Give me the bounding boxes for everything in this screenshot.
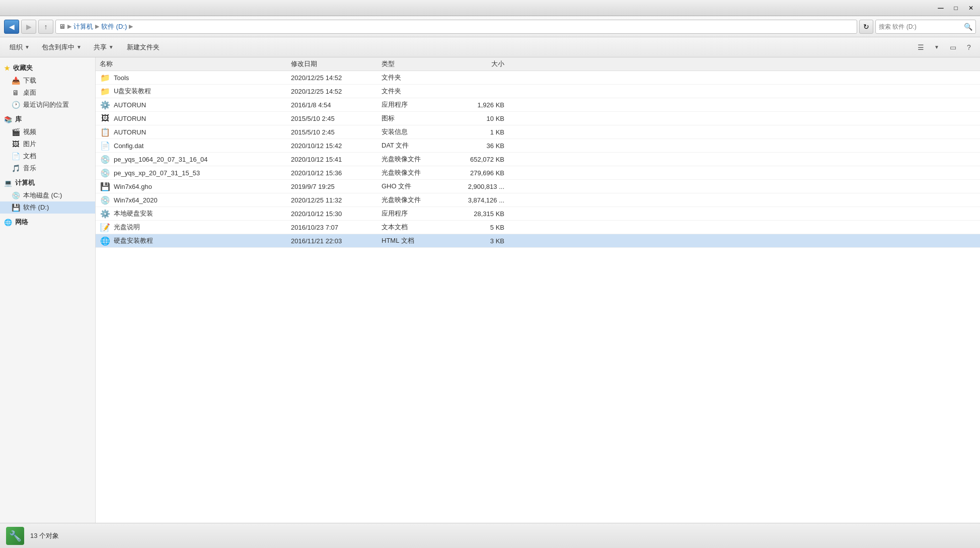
file-list: 名称 修改日期 类型 大小 📁 Tools 2020/12/25 14:52 文…: [96, 57, 980, 523]
col-header-size[interactable]: 大小: [443, 59, 508, 68]
breadcrumb-drive-d[interactable]: 软件 (D:): [101, 22, 127, 31]
table-row[interactable]: 💿 Win7x64_2020 2020/12/25 11:32 光盘映像文件 3…: [96, 193, 980, 207]
file-size: 1 KB: [443, 128, 508, 136]
network-label: 网络: [15, 218, 28, 227]
table-row[interactable]: 💿 pe_yqs_xp_20_07_31_15_53 2020/10/12 15…: [96, 166, 980, 180]
new-folder-button[interactable]: 新建文件夹: [120, 40, 166, 55]
libraries-icon: 📚: [4, 116, 12, 123]
title-bar: ─ □ ✕: [0, 0, 980, 16]
file-name: 光盘说明: [114, 223, 140, 232]
refresh-button[interactable]: ↻: [859, 20, 873, 34]
help-button[interactable]: ?: [962, 40, 976, 54]
main-layout: ★ 收藏夹 📥 下载 🖥 桌面 🕐 最近访问的位置 📚 库 🎬: [0, 57, 980, 523]
file-name: U盘安装教程: [114, 87, 151, 96]
file-date: 2020/10/12 15:41: [287, 156, 378, 163]
html-icon: 🌐: [100, 235, 111, 246]
gho-icon: 💾: [100, 181, 111, 192]
sidebar-item-images[interactable]: 🖼 图片: [0, 138, 95, 150]
file-date: 2016/1/8 4:54: [287, 101, 378, 109]
file-name: AUTORUN: [114, 128, 146, 136]
file-date: 2020/12/25 14:52: [287, 88, 378, 95]
table-row[interactable]: 🖼 AUTORUN 2015/5/10 2:45 图标 10 KB: [96, 112, 980, 125]
file-type: 光盘映像文件: [378, 168, 443, 177]
info-icon: 📋: [100, 126, 111, 138]
computer-section: 💻 计算机 💿 本地磁盘 (C:) 💾 软件 (D:): [0, 176, 95, 214]
file-list-header: 名称 修改日期 类型 大小: [96, 57, 980, 71]
sidebar-item-video[interactable]: 🎬 视频: [0, 126, 95, 138]
docs-label: 文档: [23, 152, 36, 161]
file-name: Win7x64.gho: [114, 183, 152, 190]
exe-icon: ⚙️: [100, 99, 111, 110]
col-header-type[interactable]: 类型: [378, 59, 443, 68]
table-row[interactable]: 📁 Tools 2020/12/25 14:52 文件夹: [96, 71, 980, 85]
table-row[interactable]: ⚙️ 本地硬盘安装 2020/10/12 15:30 应用程序 28,315 K…: [96, 207, 980, 221]
maximize-button[interactable]: □: [949, 3, 963, 14]
toolbar: 组织 ▼ 包含到库中 ▼ 共享 ▼ 新建文件夹 ☰ ▼ ▭ ?: [0, 37, 980, 57]
toolbar-right: ☰ ▼ ▭ ?: [914, 40, 976, 54]
table-row[interactable]: 💾 Win7x64.gho 2019/9/7 19:25 GHO 文件 2,90…: [96, 180, 980, 193]
file-name: AUTORUN: [114, 115, 146, 122]
file-type: 文本文档: [378, 223, 443, 232]
file-type: 光盘映像文件: [378, 195, 443, 204]
close-button[interactable]: ✕: [964, 3, 978, 14]
file-name: pe_yqs_xp_20_07_31_15_53: [114, 169, 200, 177]
breadcrumb-computer[interactable]: 计算机: [73, 22, 93, 31]
table-row[interactable]: 📋 AUTORUN 2015/5/10 2:45 安装信息 1 KB: [96, 125, 980, 139]
file-size: 3,874,126 ...: [443, 196, 508, 204]
minimize-button[interactable]: ─: [934, 3, 948, 14]
organize-arrow: ▼: [25, 44, 30, 50]
network-section: 🌐 网络: [0, 216, 95, 229]
file-type: 应用程序: [378, 209, 443, 218]
file-date: 2020/12/25 14:52: [287, 74, 378, 82]
pane-button[interactable]: ▭: [946, 40, 960, 54]
desktop-label: 桌面: [23, 88, 36, 97]
sidebar: ★ 收藏夹 📥 下载 🖥 桌面 🕐 最近访问的位置 📚 库 🎬: [0, 57, 96, 523]
downloads-label: 下载: [23, 76, 36, 85]
search-input[interactable]: [879, 23, 962, 30]
computer-header[interactable]: 💻 计算机: [0, 176, 95, 189]
file-name: Win7x64_2020: [114, 196, 158, 204]
dat-icon: 📄: [100, 140, 111, 151]
share-button[interactable]: 共享 ▼: [88, 40, 119, 55]
view-button[interactable]: ☰: [914, 40, 928, 54]
table-row[interactable]: 💿 pe_yqs_1064_20_07_31_16_04 2020/10/12 …: [96, 153, 980, 166]
breadcrumb-bar: 🖥 ▶ 计算机 ▶ 软件 (D:) ▶: [55, 20, 857, 34]
file-date: 2015/5/10 2:45: [287, 115, 378, 122]
organize-button[interactable]: 组织 ▼: [4, 40, 35, 55]
network-header[interactable]: 🌐 网络: [0, 216, 95, 229]
file-type: GHO 文件: [378, 182, 443, 191]
libraries-header[interactable]: 📚 库: [0, 113, 95, 126]
file-name: pe_yqs_1064_20_07_31_16_04: [114, 156, 208, 163]
video-icon: 🎬: [11, 127, 20, 136]
table-row[interactable]: 📄 Config.dat 2020/10/12 15:42 DAT 文件 36 …: [96, 139, 980, 153]
share-label: 共享: [94, 43, 107, 52]
file-date: 2015/5/10 2:45: [287, 128, 378, 136]
col-header-date[interactable]: 修改日期: [287, 59, 378, 68]
up-button[interactable]: ↑: [38, 20, 53, 34]
table-row[interactable]: 🌐 硬盘安装教程 2016/11/21 22:03 HTML 文档 3 KB: [96, 234, 980, 248]
sidebar-item-d-drive[interactable]: 💾 软件 (D:): [0, 201, 95, 214]
forward-button[interactable]: ▶: [21, 20, 36, 34]
file-type: 安装信息: [378, 127, 443, 136]
libraries-section: 📚 库 🎬 视频 🖼 图片 📄 文档 🎵 音乐: [0, 113, 95, 174]
sidebar-item-docs[interactable]: 📄 文档: [0, 150, 95, 162]
back-button[interactable]: ◀: [4, 20, 19, 34]
organize-label: 组织: [10, 43, 23, 52]
table-row[interactable]: ⚙️ AUTORUN 2016/1/8 4:54 应用程序 1,926 KB: [96, 98, 980, 112]
sidebar-item-music[interactable]: 🎵 音乐: [0, 162, 95, 174]
include-library-button[interactable]: 包含到库中 ▼: [36, 40, 87, 55]
table-row[interactable]: 📁 U盘安装教程 2020/12/25 14:52 文件夹: [96, 85, 980, 98]
sidebar-item-downloads[interactable]: 📥 下载: [0, 75, 95, 87]
col-header-name[interactable]: 名称: [96, 59, 287, 68]
view-dropdown-button[interactable]: ▼: [930, 40, 944, 54]
sidebar-item-recent[interactable]: 🕐 最近访问的位置: [0, 99, 95, 111]
table-row[interactable]: 📝 光盘说明 2016/10/23 7:07 文本文档 5 KB: [96, 221, 980, 234]
sidebar-item-desktop[interactable]: 🖥 桌面: [0, 87, 95, 99]
search-icon[interactable]: 🔍: [964, 23, 972, 31]
favorites-header[interactable]: ★ 收藏夹: [0, 61, 95, 75]
favorites-label: 收藏夹: [13, 63, 33, 73]
images-icon: 🖼: [11, 140, 20, 149]
breadcrumb-sep-3: ▶: [129, 23, 133, 30]
file-size: 5 KB: [443, 224, 508, 231]
sidebar-item-c-drive[interactable]: 💿 本地磁盘 (C:): [0, 189, 95, 201]
